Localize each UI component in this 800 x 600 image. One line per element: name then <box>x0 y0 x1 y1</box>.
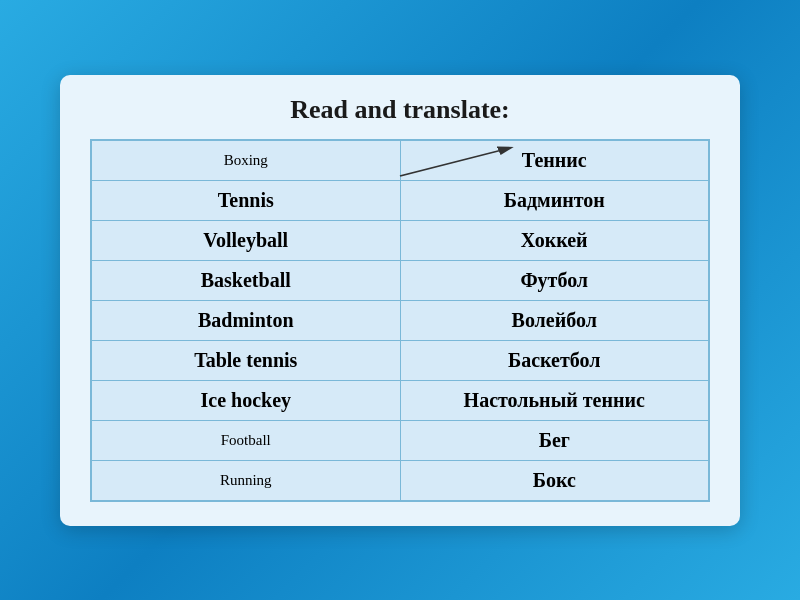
table-wrapper: BoxingТеннисTennisБадминтонVolleyballХок… <box>90 139 710 502</box>
english-cell: Table tennis <box>91 340 400 380</box>
table-row: BoxingТеннис <box>91 140 709 181</box>
page-title: Read and translate: <box>90 95 710 125</box>
russian-cell: Волейбол <box>400 300 709 340</box>
russian-cell: Хоккей <box>400 220 709 260</box>
table-row: TennisБадминтон <box>91 180 709 220</box>
table-row: BasketballФутбол <box>91 260 709 300</box>
table-row: BadmintonВолейбол <box>91 300 709 340</box>
english-cell: Football <box>91 420 400 460</box>
russian-cell: Бадминтон <box>400 180 709 220</box>
english-cell: Basketball <box>91 260 400 300</box>
english-cell: Tennis <box>91 180 400 220</box>
table-row: Table tennisБаскетбол <box>91 340 709 380</box>
english-cell: Running <box>91 460 400 501</box>
russian-cell: Бокс <box>400 460 709 501</box>
table-row: RunningБокс <box>91 460 709 501</box>
table-row: FootballБег <box>91 420 709 460</box>
english-cell: Badminton <box>91 300 400 340</box>
russian-cell: Баскетбол <box>400 340 709 380</box>
table-row: Ice hockeyНастольный теннис <box>91 380 709 420</box>
russian-cell: Теннис <box>400 140 709 181</box>
english-cell: Volleyball <box>91 220 400 260</box>
table-row: VolleyballХоккей <box>91 220 709 260</box>
russian-cell: Футбол <box>400 260 709 300</box>
translation-table: BoxingТеннисTennisБадминтонVolleyballХок… <box>90 139 710 502</box>
russian-cell: Настольный теннис <box>400 380 709 420</box>
main-card: Read and translate: BoxingТеннисTennisБа… <box>60 75 740 526</box>
english-cell: Boxing <box>91 140 400 181</box>
russian-cell: Бег <box>400 420 709 460</box>
english-cell: Ice hockey <box>91 380 400 420</box>
